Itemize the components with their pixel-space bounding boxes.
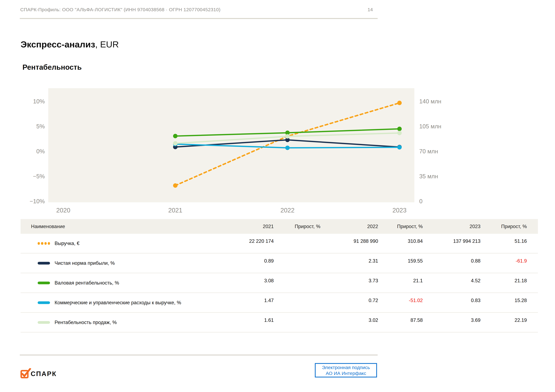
indicator-value: 310.84 [356, 238, 423, 244]
indicator-value: 21.18 [460, 278, 527, 284]
profitability-line-chart [48, 88, 414, 202]
table-row: Коммерческие и управленческие расходы к … [21, 293, 538, 313]
page-title-suffix: , EUR [95, 39, 119, 49]
series-legend-swatch [38, 282, 50, 284]
indicator-value: 22 220 174 [207, 238, 274, 244]
indicator-value: 0.89 [207, 258, 274, 264]
indicator-value: -51.02 [356, 298, 423, 303]
table-body: Выручка, €22 220 17491 288 990310.84137 … [21, 234, 538, 333]
page-title: Экспресс-анализ, EUR [21, 39, 119, 50]
right-axis-tick-label: 105 млн [419, 123, 441, 130]
indicator-name: Коммерческие и управленческие расходы к … [55, 300, 181, 306]
series-point-marker [173, 183, 177, 188]
column-header: Прирост, % [356, 224, 423, 229]
spark-logo: СПАРК [20, 368, 87, 380]
left-axis-tick-label: 5% [0, 123, 45, 130]
indicators-table: Наименование2021Прирост, %2022Прирост, %… [21, 219, 538, 333]
right-axis-tick-label: 35 млн [419, 173, 438, 180]
page-number: 14 [362, 7, 378, 12]
indicator-value: 22.19 [460, 317, 527, 323]
table-row: Рентабельность продаж, %1.613.0287.583.6… [21, 313, 538, 333]
left-axis-tick-label: 0% [0, 148, 45, 155]
x-axis-year-label: 2023 [393, 207, 407, 214]
left-axis-tick-label: −10% [0, 198, 45, 205]
series-point-marker [173, 141, 177, 146]
spark-logo-text: СПАРК [31, 370, 57, 378]
spark-logo-check-icon [20, 368, 32, 378]
column-header: Прирост, % [254, 224, 320, 229]
table-row: Выручка, €22 220 17491 288 990310.84137 … [21, 234, 538, 254]
table-row: Чистая норма прибыли, %0.892.31159.550.8… [21, 254, 538, 273]
indicator-value: -61.9 [460, 258, 527, 264]
series-point-marker [173, 134, 177, 138]
series-point-marker [397, 127, 402, 131]
indicator-value: 87.58 [356, 317, 423, 323]
right-axis-tick-label: 140 млн [419, 98, 441, 105]
indicator-name: Валовая рентабельность, % [55, 280, 119, 286]
signature-line1: Электронная подпись [322, 364, 370, 370]
indicator-value: 1.61 [207, 317, 274, 323]
series-point-marker [397, 145, 402, 150]
indicator-value: 1.47 [207, 298, 274, 303]
indicator-value: 159.55 [356, 258, 423, 264]
indicator-value: 21.1 [356, 278, 423, 284]
right-axis-tick-label: 70 млн [419, 148, 438, 155]
section-title: Рентабельность [22, 63, 82, 71]
footer-divider [20, 355, 378, 356]
table-row: Валовая рентабельность, %3.083.7321.14.5… [21, 273, 538, 293]
series-point-marker [285, 134, 290, 139]
left-axis-tick-label: 10% [0, 98, 45, 105]
indicator-name: Выручка, € [55, 241, 80, 246]
column-header-name: Наименование [31, 224, 65, 229]
indicator-value: 3.08 [207, 278, 274, 284]
series-legend-swatch [38, 262, 50, 264]
x-axis-year-label: 2020 [56, 207, 70, 214]
indicator-value: 15.28 [460, 298, 527, 303]
series-legend-swatch [38, 321, 50, 324]
series-point-marker [285, 146, 290, 150]
left-axis-tick-label: −5% [0, 173, 45, 180]
signature-line2: АО ИА Интерфакс [326, 370, 366, 376]
series-legend-swatch [38, 242, 50, 245]
header-profile-line: СПАРК-Профиль: ООО "АЛЬФА-ЛОГИСТИК" (ИНН… [20, 7, 220, 12]
indicator-name: Рентабельность продаж, % [55, 320, 117, 325]
column-header: Прирост, % [460, 224, 527, 229]
series-point-marker [397, 131, 402, 135]
header-divider [20, 18, 378, 19]
x-axis-year-label: 2022 [280, 207, 295, 214]
series-line [175, 103, 400, 185]
table-header-row: Наименование2021Прирост, %2022Прирост, %… [21, 219, 538, 234]
right-axis-tick-label: 0 [419, 198, 423, 205]
electronic-signature-stamp: Электронная подпись АО ИА Интерфакс [315, 363, 377, 378]
series-legend-swatch [38, 301, 50, 304]
indicator-name: Чистая норма прибыли, % [55, 260, 115, 266]
indicator-value: 51.16 [460, 238, 527, 244]
x-axis-year-label: 2021 [168, 207, 183, 214]
series-point-marker [397, 101, 402, 105]
page-title-main: Экспресс-анализ [21, 39, 95, 49]
